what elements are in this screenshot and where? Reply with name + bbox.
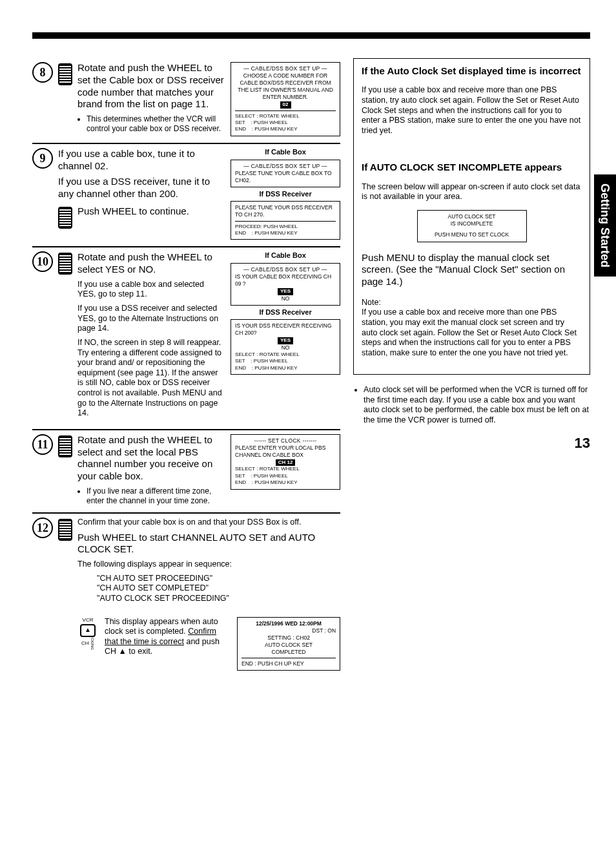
step-number-icon: 11 bbox=[32, 434, 53, 455]
wheel-icon bbox=[58, 519, 72, 541]
step-10-main: Rotate and push the WHEEL to select YES … bbox=[77, 251, 224, 276]
sidebox-h: If the Auto Clock Set displayed time is … bbox=[362, 65, 582, 78]
osd-l2: DST : ON bbox=[241, 627, 336, 634]
osd-body: IS YOUR DSS RECEIVER RECEIVING CH 200? bbox=[235, 322, 336, 337]
sidebox2-p1: The screen below will appear on-screen i… bbox=[362, 182, 582, 202]
vcr-bot-label: CH bbox=[81, 640, 89, 647]
step-8: 8 Rotate and push the WHEEL to set the C… bbox=[32, 58, 340, 144]
sidebox-incorrect-time: If the Auto Clock Set displayed time is … bbox=[353, 58, 590, 375]
step-10-p3: If NO, the screen in step 8 will reappea… bbox=[77, 338, 224, 419]
osd-l5: COMPLETED bbox=[241, 649, 336, 656]
step-number-icon: 10 bbox=[32, 251, 53, 272]
step-12-p3: The following displays appear in sequenc… bbox=[77, 560, 340, 570]
osd-l6: END : PUSH CH UP KEY bbox=[241, 660, 336, 667]
step-12-seq3: "AUTO CLOCK SET PROCEEDING" bbox=[97, 594, 340, 604]
step-12-seq2: "CH AUTO SET COMPLETED" bbox=[97, 583, 340, 594]
osd-legend: SELECT : ROTATE WHEEL SET : PUSH WHEEL E… bbox=[235, 466, 336, 486]
top-rule bbox=[32, 32, 590, 39]
step-8-osd: — CABLE/DSS BOX SET UP — CHOOSE A CODE N… bbox=[231, 62, 340, 136]
osd-l3: SETTING : CH02 bbox=[241, 634, 336, 642]
step-10-p1: If you use a cable box and selected YES,… bbox=[77, 280, 224, 300]
osd-title: ------ SET CLOCK ------- bbox=[235, 437, 336, 445]
step-12-osd: 12/25/1996 WED 12:00PM DST : ON SETTING … bbox=[237, 617, 340, 671]
osd-l1: 12/25/1996 WED 12:00PM bbox=[241, 620, 336, 627]
step-12-seq1: "CH AUTO SET PROCEEDING" bbox=[97, 574, 340, 584]
step-9-osd-cable: — CABLE/DSS BOX SET UP — PLEASE TUNE YOU… bbox=[231, 160, 340, 187]
osd-body: PLEASE TUNE YOUR CABLE BOX TO CH02. bbox=[235, 170, 336, 184]
osd-chip: 02 bbox=[280, 101, 291, 108]
osd-title: — CABLE/DSS BOX SET UP — bbox=[235, 65, 336, 72]
step-11: 11 Rotate and push the WHEEL to select a… bbox=[32, 430, 340, 514]
osd-opt: NO bbox=[235, 344, 336, 351]
wheel-icon bbox=[58, 435, 72, 457]
step-10-p2: If you use a DSS receiver and selected Y… bbox=[77, 304, 224, 334]
osd-body: PLEASE ENTER YOUR LOCAL PBS CHANNEL ON C… bbox=[235, 445, 336, 459]
sidebox2-note-h: Note: bbox=[362, 298, 381, 307]
osd-label-cable: If Cable Box bbox=[231, 251, 340, 260]
step-11-main: Rotate and push the WHEEL to select and … bbox=[77, 434, 224, 483]
step-8-main: Rotate and push the WHEEL to set the Cab… bbox=[77, 62, 224, 110]
step-10: 10 Rotate and push the WHEEL to select Y… bbox=[32, 247, 340, 430]
osd-label-dss: If DSS Receiver bbox=[231, 190, 340, 199]
step-number-icon: 9 bbox=[32, 148, 53, 169]
osd-body: IS YOUR CABLE BOX RECEIVING CH 09 ? bbox=[235, 273, 336, 288]
step-11-bullet: If you live near a different time zone, … bbox=[87, 487, 224, 506]
osd-chip: YES bbox=[278, 288, 293, 295]
osd-l1: AUTO CLOCK SET bbox=[422, 213, 522, 220]
step-9: 9 If you use a cable box, tune it to cha… bbox=[32, 144, 340, 248]
step-9-p1: If you use a cable box, tune it to chann… bbox=[58, 148, 224, 173]
step-number-icon: 12 bbox=[32, 518, 53, 538]
osd-l2: IS INCOMPLETE bbox=[422, 220, 522, 227]
step-10-osd-cable: — CABLE/DSS BOX SET UP — IS YOUR CABLE B… bbox=[231, 263, 340, 306]
osd-chip: YES bbox=[278, 337, 293, 344]
osd-label-dss: If DSS Receiver bbox=[231, 308, 340, 317]
step-8-bullet: This determines whether the VCR will con… bbox=[87, 114, 224, 134]
right-column: Getting Started If the Auto Clock Set di… bbox=[353, 58, 590, 677]
page-body: 8 Rotate and push the WHEEL to set the C… bbox=[32, 58, 590, 677]
osd-l4: AUTO CLOCK SET bbox=[241, 642, 336, 649]
vcr-ch-icon: VCR ▲ CH CKING bbox=[77, 617, 98, 650]
osd-title: — CABLE/DSS BOX SET UP — bbox=[235, 163, 336, 170]
osd-legend: SELECT : ROTATE WHEEL SET : PUSH WHEEL E… bbox=[235, 351, 336, 371]
sidebox-p: If you use a cable box and receive more … bbox=[362, 85, 582, 136]
step-12-p2: Push WHEEL to start CHANNEL AUTO SET and… bbox=[77, 532, 340, 556]
sidebox2-p3: If you use a cable box and receive more … bbox=[362, 308, 582, 358]
osd-legend: PROCEED: PUSH WHEEL END : PUSH MENU KEY bbox=[235, 224, 336, 237]
step-9-p2: If you use a DSS receiver, tune it to an… bbox=[58, 176, 224, 200]
side-bullet: Auto clock set will be performed when th… bbox=[364, 385, 590, 426]
osd-label-cable: If Cable Box bbox=[231, 148, 340, 157]
left-column: 8 Rotate and push the WHEEL to set the C… bbox=[32, 58, 340, 677]
osd-legend: SELECT : ROTATE WHEEL SET : PUSH WHEEL E… bbox=[235, 113, 336, 133]
osd-l3: PUSH MENU TO SET CLOCK bbox=[422, 231, 522, 238]
section-tab: Getting Started bbox=[594, 174, 617, 277]
step-12: 12 Confirm that your cable box is on and… bbox=[32, 514, 340, 677]
vcr-top-label: VCR bbox=[83, 617, 94, 623]
step-9-osd-dss: PLEASE TUNE YOUR DSS RECEIVER TO CH 270.… bbox=[231, 201, 340, 240]
osd-body: PLEASE TUNE YOUR DSS RECEIVER TO CH 270. bbox=[235, 204, 336, 218]
osd-chip: CH 12 bbox=[276, 459, 296, 466]
step-11-osd: ------ SET CLOCK ------- PLEASE ENTER YO… bbox=[231, 434, 340, 490]
osd-opt: NO bbox=[235, 295, 336, 302]
step-9-p3: Push WHEEL to continue. bbox=[77, 205, 224, 218]
sidebox2-p2: Push MENU to display the manual clock se… bbox=[362, 252, 582, 288]
step-10-osd-dss: IS YOUR DSS RECEIVER RECEIVING CH 200? Y… bbox=[231, 319, 340, 375]
osd-body: CHOOSE A CODE NUMBER FOR CABLE BOX/DSS R… bbox=[235, 72, 336, 101]
wheel-icon bbox=[58, 253, 72, 275]
page-number: 13 bbox=[353, 434, 590, 452]
wheel-icon bbox=[58, 207, 72, 229]
step-12-p1: Confirm that your cable box is on and th… bbox=[77, 518, 340, 528]
wheel-icon bbox=[58, 63, 72, 85]
vcr-side-label: CKING bbox=[90, 638, 95, 650]
osd-title: — CABLE/DSS BOX SET UP — bbox=[235, 266, 336, 273]
step-number-icon: 8 bbox=[32, 62, 53, 83]
sidebox2-osd: AUTO CLOCK SET IS INCOMPLETE PUSH MENU T… bbox=[417, 210, 527, 242]
sidebox2-h: If AUTO CLOCK SET INCOMPLETE appears bbox=[362, 162, 582, 174]
